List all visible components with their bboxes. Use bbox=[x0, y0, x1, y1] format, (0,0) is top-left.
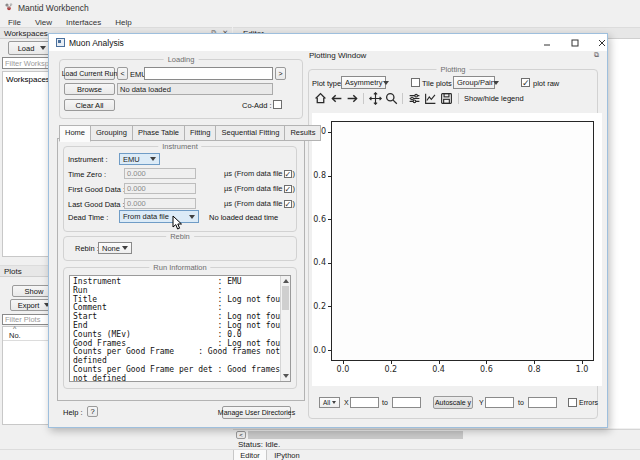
y-to-input[interactable] bbox=[528, 397, 557, 408]
help-label: Help : bbox=[63, 408, 83, 417]
toolbar-separator bbox=[402, 93, 403, 104]
show-hide-legend-button[interactable]: Show/hide legend bbox=[464, 94, 524, 103]
customize-plot-icon[interactable] bbox=[423, 92, 437, 106]
tile-plots-checkbox[interactable] bbox=[411, 78, 420, 87]
x-tick bbox=[486, 361, 487, 364]
instrument-combo[interactable]: EMU bbox=[119, 153, 160, 165]
x-tick bbox=[391, 361, 392, 364]
tab-grouping[interactable]: Grouping bbox=[90, 125, 133, 141]
row-label: Time Zero : bbox=[68, 170, 106, 179]
scroll-left-button[interactable]: < bbox=[236, 431, 246, 439]
x-tick-label: 0.0 bbox=[333, 365, 353, 374]
y-tick-label: 0.2 bbox=[312, 302, 326, 311]
x-to-input[interactable] bbox=[392, 397, 421, 408]
menu-file[interactable]: File bbox=[8, 18, 21, 27]
plot-axes[interactable] bbox=[331, 121, 594, 361]
app-titlebar: Mantid Workbench bbox=[0, 0, 640, 15]
chevron-down-icon bbox=[332, 401, 336, 404]
hscrollbar-thumb[interactable] bbox=[248, 431, 463, 439]
y-from-input[interactable] bbox=[485, 397, 514, 408]
mouse-cursor bbox=[172, 215, 183, 233]
y-tick bbox=[328, 219, 331, 220]
x-tick bbox=[439, 361, 440, 364]
tab-home[interactable]: Home bbox=[59, 125, 91, 142]
x-to-label: to bbox=[382, 399, 388, 406]
menu-help[interactable]: Help bbox=[115, 18, 131, 27]
tab-fitting[interactable]: Fitting bbox=[184, 125, 216, 141]
autoscale-y-button[interactable]: Autoscale y bbox=[433, 396, 473, 409]
muon-dialog-icon bbox=[56, 38, 65, 49]
pan-icon[interactable] bbox=[368, 92, 382, 106]
chevron-down-icon bbox=[493, 81, 499, 85]
plot-canvas[interactable]: 0.00.20.40.60.81.00.00.20.40.60.81.0 bbox=[312, 113, 602, 386]
workspaces-dock-title: Workspaces bbox=[4, 29, 48, 38]
plotting-group-title: Plotting bbox=[436, 65, 469, 74]
screen: Mantid Workbench FileViewInterfacesHelp … bbox=[0, 0, 640, 460]
chevron-down-icon bbox=[150, 157, 156, 161]
x-from-input[interactable] bbox=[350, 397, 379, 408]
scroll-up-icon[interactable] bbox=[283, 279, 289, 283]
vscrollbar-thumb[interactable] bbox=[282, 286, 289, 310]
row-label: First Good Data : bbox=[68, 185, 125, 194]
mantid-logo-icon bbox=[4, 2, 14, 14]
x-tick-label: 0.6 bbox=[476, 365, 496, 374]
zoom-icon[interactable] bbox=[384, 92, 398, 106]
tab-phase-table[interactable]: Phase Table bbox=[132, 125, 185, 141]
next-run-button[interactable]: > bbox=[275, 67, 286, 80]
tab-results[interactable]: Results bbox=[284, 125, 321, 141]
x-tick-label: 0.4 bbox=[429, 365, 449, 374]
chevron-down-icon bbox=[383, 81, 389, 85]
load-current-run-button[interactable]: Load Current Run bbox=[64, 67, 115, 80]
browse-button[interactable]: Browse bbox=[64, 83, 115, 95]
from-data-file-checkbox[interactable]: ✓ bbox=[284, 170, 292, 178]
plot-raw-checkbox[interactable]: ✓ bbox=[521, 78, 530, 87]
x-range-label: X bbox=[344, 399, 349, 406]
from-data-file-checkbox[interactable]: ✓ bbox=[284, 185, 292, 193]
plot-type-combo[interactable]: Asymmetry bbox=[341, 76, 386, 89]
errors-label: Errors bbox=[579, 399, 598, 406]
x-tick-label: 1.0 bbox=[572, 365, 592, 374]
run-info-scrollbar[interactable] bbox=[280, 276, 290, 381]
toolbar-separator bbox=[363, 93, 364, 104]
row-label: Last Good Data : bbox=[68, 200, 125, 209]
back-icon[interactable] bbox=[329, 92, 343, 106]
home-icon[interactable] bbox=[313, 92, 327, 106]
scroll-down-icon[interactable] bbox=[283, 374, 289, 378]
forward-icon[interactable] bbox=[345, 92, 359, 106]
x-tick bbox=[534, 361, 535, 364]
plots-col-no[interactable]: No. bbox=[9, 331, 21, 340]
subplots-icon[interactable] bbox=[407, 92, 421, 106]
manage-user-directories-button[interactable]: Manage User Directories bbox=[222, 406, 291, 419]
rebin-combo[interactable]: None bbox=[98, 242, 132, 254]
plotting-window-titlebar[interactable]: Plotting Window ⧉ bbox=[305, 47, 603, 63]
muon-tab-bar: HomeGroupingPhase TableFittingSequential… bbox=[59, 125, 320, 139]
menu-interfaces[interactable]: Interfaces bbox=[66, 18, 101, 27]
group-selector-combo[interactable]: All bbox=[319, 397, 340, 408]
plotting-window-title: Plotting Window bbox=[309, 51, 366, 60]
from-data-file-checkbox[interactable]: ✓ bbox=[284, 200, 292, 208]
coadd-checkbox[interactable] bbox=[273, 100, 282, 109]
status-text: Status: Idle. bbox=[238, 440, 280, 449]
plot-raw-label: plot raw bbox=[533, 79, 559, 88]
run-number-input[interactable] bbox=[144, 67, 273, 80]
errors-checkbox[interactable] bbox=[568, 398, 577, 407]
bottom-tab-ipython[interactable]: IPython bbox=[267, 450, 307, 460]
editor-hscrollbar[interactable]: < bbox=[233, 429, 640, 439]
help-button[interactable]: ? bbox=[87, 406, 98, 417]
y-tick bbox=[328, 263, 331, 264]
bottom-tab-editor[interactable]: Editor bbox=[233, 450, 267, 460]
dead-time-combo[interactable]: From data file bbox=[119, 210, 199, 223]
tab-sequential-fitting[interactable]: Sequential Fitting bbox=[215, 125, 285, 141]
loaded-data-field: No data loaded bbox=[117, 83, 273, 95]
workspaces-tree-root[interactable]: Workspaces bbox=[6, 75, 50, 84]
previous-run-button[interactable]: < bbox=[117, 67, 128, 80]
loading-group-title: Loading bbox=[164, 55, 199, 64]
clear-all-button[interactable]: Clear All bbox=[64, 99, 115, 111]
menu-view[interactable]: View bbox=[35, 18, 52, 27]
save-icon[interactable] bbox=[439, 92, 453, 106]
tile-by-combo[interactable]: Group/Pair bbox=[453, 76, 495, 89]
app-title: Mantid Workbench bbox=[18, 3, 89, 13]
row-value-field: 0.000 bbox=[124, 183, 196, 194]
float-icon[interactable]: ⧉ bbox=[594, 51, 599, 59]
plot-toolbar: Show/hide legend bbox=[313, 91, 593, 106]
